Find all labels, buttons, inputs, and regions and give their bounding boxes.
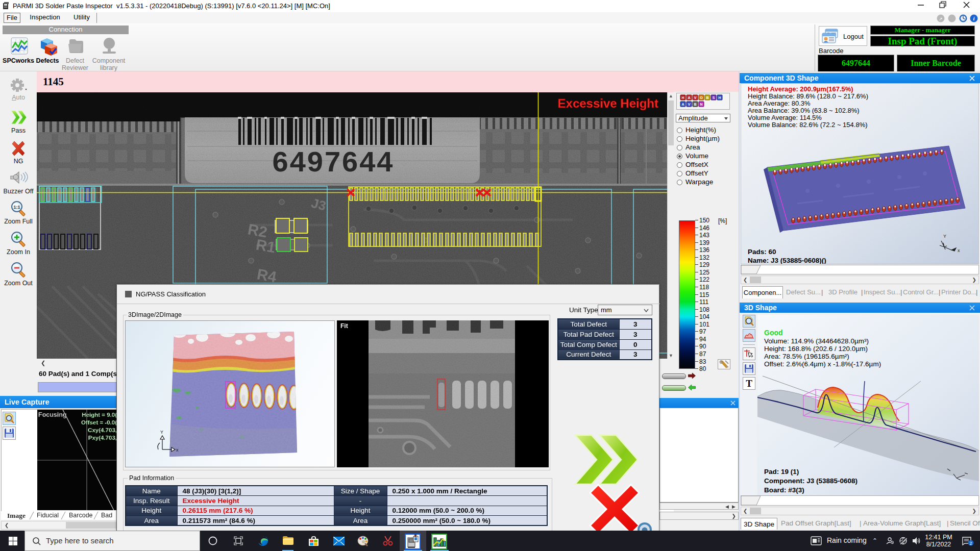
svg-text:H: H: [681, 96, 684, 99]
svg-text:Volume Balance: 82.6% (72.2 ~: Volume Balance: 82.6% (72.2 ~ 154.8%): [748, 121, 868, 129]
svg-text:Height: 168.8% (202.6 / 120.0µ: Height: 168.8% (202.6 / 120.0µm): [764, 345, 868, 353]
svg-text:Fit: Fit: [340, 322, 348, 330]
svg-text:Board: #3(3): Board: #3(3): [764, 486, 804, 494]
svg-text:Cxy(4.703,: Cxy(4.703,: [88, 427, 117, 433]
svg-text:Height Balance: 89.6% (128.0 ~: Height Balance: 89.6% (128.0 ~ 217.6%): [748, 92, 868, 100]
svg-text:x: x: [958, 248, 960, 253]
svg-text:↗: ↗: [939, 16, 943, 21]
svg-text:6497644: 6497644: [272, 145, 394, 178]
svg-text:A: A: [688, 96, 690, 99]
svg-text:Excessive Height: Excessive Height: [558, 96, 658, 110]
svg-text:Focusing: Focusing: [38, 411, 67, 418]
svg-text:S: S: [713, 96, 715, 99]
svg-text:Height = 9.0(: Height = 9.0(: [82, 412, 117, 418]
svg-text:Volume: 114.9% (34464628.0µm³): Volume: 114.9% (34464628.0µm³): [764, 337, 869, 345]
svg-text:Y: Y: [160, 430, 163, 435]
svg-text:Offset = -0.0(: Offset = -0.0(: [81, 419, 117, 425]
svg-text:Volume Average: 114.5%: Volume Average: 114.5%: [748, 114, 822, 121]
svg-text:Offset: 2.6%(6.4µm) x -1.8%(-1: Offset: 2.6%(6.4µm) x -1.8%(-17.6µm): [764, 360, 881, 368]
svg-text:Area: 78.5% (196185.6µm²): Area: 78.5% (196185.6µm²): [764, 353, 849, 360]
svg-text:A: A: [681, 103, 684, 106]
svg-text:B: B: [694, 103, 696, 106]
svg-text:N: N: [700, 103, 702, 106]
svg-text:Y: Y: [943, 234, 946, 239]
svg-text:H: H: [718, 96, 721, 99]
svg-text:Area Average: 80.3%: Area Average: 80.3%: [748, 99, 811, 107]
svg-text:1:1: 1:1: [13, 205, 20, 210]
svg-text:Good: Good: [764, 329, 783, 337]
svg-text:Height Average: 200.9µm(167.5%: Height Average: 200.9µm(167.5%): [748, 85, 853, 93]
svg-text:Pads: 60: Pads: 60: [748, 248, 776, 256]
svg-text:Pad: 19 (1): Pad: 19 (1): [764, 468, 799, 475]
svg-text:x: x: [176, 447, 179, 453]
svg-text:B: B: [706, 96, 708, 99]
svg-text:V: V: [694, 96, 697, 99]
svg-text:Area Balance: 39.0% (63.8 ~ 10: Area Balance: 39.0% (63.8 ~ 102.8%): [748, 107, 860, 114]
svg-text:2: 2: [969, 541, 972, 546]
svg-text:O: O: [700, 96, 703, 99]
svg-text:Pxy(4.703,: Pxy(4.703,: [88, 435, 117, 441]
svg-text:Component: J3 (53885-0608): Component: J3 (53885-0608): [764, 477, 857, 485]
svg-text:V: V: [688, 103, 691, 106]
svg-text:Name: J3 (53885-0608)(): Name: J3 (53885-0608)(): [748, 257, 826, 264]
